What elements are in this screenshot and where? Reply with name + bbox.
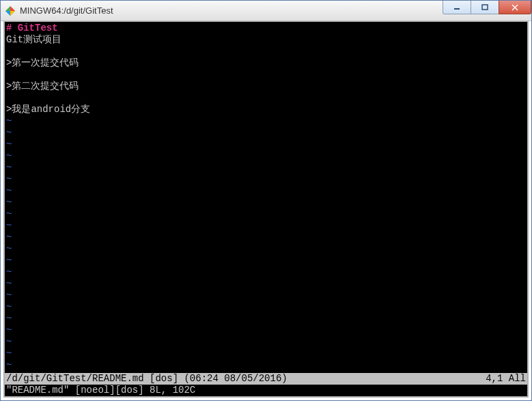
status-cursor-position: 4,1 [486,373,503,384]
empty-line-marker: ~ [6,197,12,208]
vim-message-text: "README.md" [noeol][dos] 8L, 102C [6,385,195,396]
empty-line-marker: ~ [6,255,12,266]
minimize-icon [453,4,460,11]
status-datetime: (06:24 08/05/2016) [184,373,287,384]
empty-line-marker: ~ [6,139,12,150]
empty-line-marker: ~ [6,301,12,312]
text-line: >我是android分支 [6,104,90,115]
status-position-info: 4,1 All [486,373,526,385]
empty-line-marker: ~ [6,232,12,243]
empty-line-marker: ~ [6,150,12,161]
empty-line-marker: ~ [6,220,12,231]
terminal-area[interactable]: # GitTest Git测试项目 >第一次提交代码 >第二次提交代码 >我是a… [3,21,529,398]
window-controls [443,1,531,20]
titlebar[interactable]: MINGW64:/d/git/GitTest [1,1,531,21]
empty-line-marker: ~ [6,290,12,301]
vim-status-line: /d/git/GitTest/README.md [dos] (06:24 08… [5,373,527,385]
text-line: Git测试项目 [6,34,61,45]
empty-line-marker: ~ [6,243,12,254]
editor-content[interactable]: # GitTest Git测试项目 >第一次提交代码 >第二次提交代码 >我是a… [5,22,527,373]
empty-line-marker: ~ [6,348,12,359]
status-file-format: [dos] [150,373,178,384]
svg-rect-5 [482,5,488,10]
status-file-path: /d/git/GitTest/README.md [6,373,144,384]
minimize-button[interactable] [443,1,471,14]
empty-line-marker: ~ [6,162,12,173]
svg-marker-2 [10,11,15,16]
svg-marker-1 [10,6,15,11]
empty-line-marker: ~ [6,336,12,347]
empty-line-marker: ~ [6,266,12,277]
app-icon [5,5,16,16]
empty-line-marker: ~ [6,324,12,335]
status-file-info: /d/git/GitTest/README.md [dos] (06:24 08… [6,373,486,385]
application-window: MINGW64:/d/git/GitTest # GitTest Git测试项目… [0,0,532,401]
empty-line-marker: ~ [6,208,12,219]
empty-line-marker: ~ [6,174,12,184]
empty-line-marker: ~ [6,127,12,138]
text-line: >第一次提交代码 [6,57,79,68]
svg-marker-3 [5,11,10,16]
empty-line-marker: ~ [6,185,12,196]
status-scroll: All [509,373,526,384]
empty-line-marker: ~ [6,115,12,126]
empty-line-marker: ~ [6,278,12,289]
maximize-button[interactable] [471,1,499,14]
close-button[interactable] [499,1,531,14]
close-icon [512,4,518,11]
vim-message-line: "README.md" [noeol][dos] 8L, 102C [5,385,527,396]
markdown-heading: # GitTest [6,23,58,33]
empty-line-marker: ~ [6,313,12,324]
empty-line-marker: ~ [6,359,12,370]
window-title: MINGW64:/d/git/GitTest [20,5,443,16]
maximize-icon [481,4,488,11]
text-line: >第二次提交代码 [6,81,79,92]
svg-rect-4 [454,8,460,10]
